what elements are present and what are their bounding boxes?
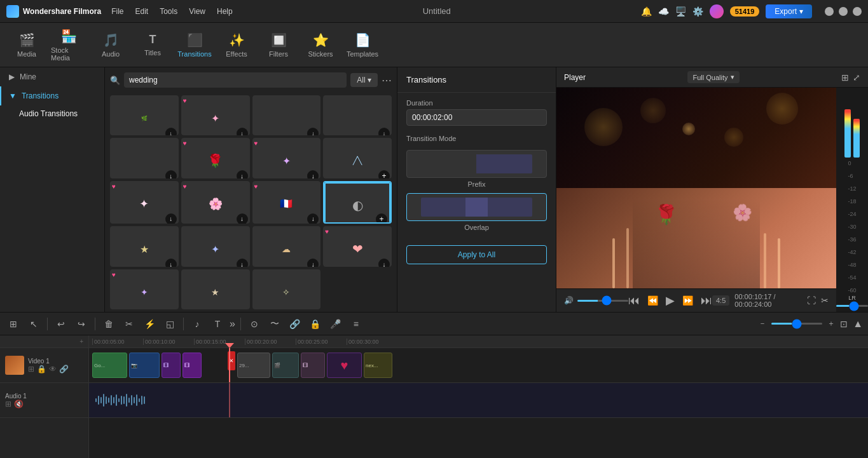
text-tool[interactable]: T <box>209 316 226 332</box>
audio-track-add-icon[interactable]: ⊞ <box>5 400 11 408</box>
duration-input[interactable] <box>406 109 547 126</box>
download-icon[interactable]: ↓ <box>307 213 319 224</box>
tool-titles[interactable]: T Titles <box>132 25 173 65</box>
crop-tool[interactable]: ◱ <box>162 316 178 332</box>
timeline-grid-icon[interactable]: ⊞ <box>5 316 22 332</box>
skip-forward-button[interactable]: ⏭ <box>701 294 712 307</box>
grid-item-3[interactable]: ↓ Wedding Invita... <box>252 95 321 135</box>
fit-view-icon[interactable]: ⊡ <box>840 319 848 329</box>
video-track-link-icon[interactable]: 🔗 <box>59 365 69 374</box>
add-icon[interactable]: + <box>376 213 387 224</box>
audio-track-mute-icon[interactable]: 🔇 <box>14 400 24 408</box>
ripple-tool[interactable]: 〜 <box>266 316 283 332</box>
grid-item-18[interactable]: ★ ... <box>181 269 250 309</box>
zoom-slider[interactable] <box>771 323 822 325</box>
zoom-out-icon[interactable]: － <box>759 318 766 329</box>
grid-view-icon[interactable]: ⊞ <box>841 72 849 83</box>
tool-stock-media[interactable]: 🏪 Stock Media <box>48 25 89 65</box>
download-icon[interactable]: ↓ <box>237 259 248 266</box>
grid-item-12[interactable]: ◐ + Elegant Optical ... <box>323 181 392 224</box>
coin-balance[interactable]: 51419 <box>730 6 760 17</box>
link-tool[interactable]: 🔗 <box>287 316 303 332</box>
maximize-button[interactable]: □ <box>839 7 848 16</box>
download-icon[interactable]: ↓ <box>237 213 248 224</box>
download-icon[interactable]: ↓ <box>165 128 177 135</box>
mode-overlap[interactable]: Overlap <box>406 193 547 231</box>
grid-item-14[interactable]: ✦ ↓ Glitter Wedding ... <box>181 226 250 266</box>
video-clip-5[interactable]: 29... <box>237 353 270 378</box>
download-icon[interactable]: ↓ <box>307 128 319 135</box>
cloud-icon[interactable]: ☁️ <box>658 6 669 17</box>
volume-icon[interactable]: 🔊 <box>564 296 574 305</box>
tool-templates[interactable]: 📄 Templates <box>342 25 383 65</box>
grid-item-13[interactable]: ★ ↓ Elegant Luxury ... <box>110 226 179 266</box>
delete-button[interactable]: 🗑 <box>100 316 117 332</box>
quality-selector[interactable]: Full Quality ▾ <box>687 71 739 83</box>
tool-media[interactable]: 🎬 Media <box>6 25 47 65</box>
download-icon[interactable]: ↓ <box>378 128 390 135</box>
tool-audio[interactable]: 🎵 Audio <box>90 25 131 65</box>
search-input[interactable] <box>124 72 347 88</box>
split-button[interactable]: ⚡ <box>141 316 158 332</box>
download-icon[interactable]: ↓ <box>307 170 319 178</box>
grid-item-5[interactable]: ↓ Romantic Transi... <box>110 138 179 178</box>
more-options-button[interactable]: ⋯ <box>382 74 392 86</box>
undo-button[interactable]: ↩ <box>53 316 69 332</box>
volume-slider[interactable] <box>577 300 628 302</box>
mode-prefix-thumb[interactable] <box>406 150 547 178</box>
download-icon[interactable]: ↓ <box>237 128 248 135</box>
video-track-add-icon[interactable]: ⊞ <box>28 365 34 374</box>
filter-dropdown[interactable]: All ▾ <box>350 73 378 87</box>
play-button[interactable]: ▶ <box>666 293 675 307</box>
tool-filters[interactable]: 🔲 Filters <box>258 25 299 65</box>
redo-button[interactable]: ↪ <box>73 316 90 332</box>
grid-item-6[interactable]: ♥ 🌹 ↓ Romantic Love ... <box>181 138 250 178</box>
apply-to-all-button[interactable]: Apply to All <box>406 245 547 264</box>
tool-effects[interactable]: ✨ Effects <box>216 25 257 65</box>
grid-item-8[interactable]: ╱╲ + Light Leaks Tran... <box>323 138 392 178</box>
download-icon[interactable]: ↓ <box>237 170 248 178</box>
crop-button[interactable]: ✂ <box>821 295 829 306</box>
lock-tool[interactable]: 🔒 <box>307 316 324 332</box>
sidebar-item-audio-transitions[interactable]: Audio Transitions <box>0 105 104 122</box>
fullscreen-button[interactable]: ⛶ <box>807 295 816 306</box>
grid-item-9[interactable]: ♥ ✦ ↓ Glitter Wedding ... <box>110 181 179 224</box>
video-clip-7[interactable]: 🎞 <box>301 353 325 378</box>
magnet-tool[interactable]: ⊙ <box>246 316 263 332</box>
chevron-up-icon[interactable]: ▲ <box>853 318 863 330</box>
video-track-eye-icon[interactable]: 👁 <box>49 365 57 374</box>
video-clip-4[interactable]: 🎞 <box>183 353 202 378</box>
minimize-button[interactable]: — <box>825 7 834 16</box>
add-icon[interactable]: + <box>378 170 390 178</box>
grid-item-2[interactable]: ♥ ✦ ↓ Luxury Particle f... <box>181 95 250 135</box>
menu-help[interactable]: Help <box>217 7 233 16</box>
audio-tool[interactable]: ♪ <box>189 316 205 332</box>
video-clip-heart[interactable]: ♥ <box>327 353 362 378</box>
menu-edit[interactable]: Edit <box>135 7 148 16</box>
sidebar-item-mine[interactable]: ▶ Mine <box>0 67 104 86</box>
video-track-lock-icon[interactable]: 🔒 <box>37 365 46 374</box>
frame-back-button[interactable]: ⏪ <box>647 295 658 306</box>
download-icon[interactable]: ↓ <box>165 170 177 178</box>
download-icon[interactable]: ↓ <box>307 259 319 266</box>
mode-prefix[interactable]: Prefix <box>406 150 547 188</box>
cut-button[interactable]: ✂ <box>121 316 137 332</box>
tool-stickers[interactable]: ⭐ Stickers <box>300 25 341 65</box>
monitor-volume-slider[interactable] <box>836 305 868 307</box>
close-button[interactable]: ✕ <box>853 7 862 16</box>
mic-tool[interactable]: 🎤 <box>327 316 344 332</box>
video-clip-1[interactable]: Go... <box>92 353 127 378</box>
grid-item-10[interactable]: ♥ 🌸 ↓ Wedding Floral ... <box>181 181 250 224</box>
video-clip-last[interactable]: nex... <box>364 353 392 378</box>
more-tool2[interactable]: ≡ <box>348 316 364 332</box>
export-button[interactable]: Export ▾ <box>766 4 812 18</box>
grid-item-16[interactable]: ♥ ❤ ↓ Valentine's Day ... <box>323 226 392 266</box>
download-icon[interactable]: ↓ <box>165 213 177 224</box>
video-clip-2[interactable]: 📷 <box>129 353 160 378</box>
download-icon[interactable]: ↓ <box>165 259 177 266</box>
skip-back-button[interactable]: ⏮ <box>628 294 640 307</box>
video-clip-6[interactable]: 🎬 <box>272 353 299 378</box>
notification-icon[interactable]: 🔔 <box>641 6 652 17</box>
frame-forward-button[interactable]: ⏩ <box>682 295 693 306</box>
grid-item-15[interactable]: ☁ ↓ Fancy Atmosph... <box>252 226 321 266</box>
